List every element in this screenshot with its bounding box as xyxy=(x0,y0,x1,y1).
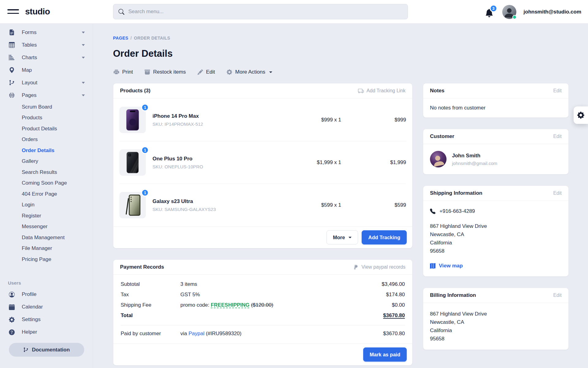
topbar: studio 3 johnsmith@studio.com xyxy=(0,0,588,24)
subtotal-row: Subtotal 3 items $3,496.00 xyxy=(121,281,405,287)
billing-edit-link[interactable]: Edit xyxy=(553,293,562,298)
pencil-icon xyxy=(198,69,203,75)
product-line-total: $1,999 xyxy=(341,159,406,166)
table-icon xyxy=(9,42,15,48)
sidebar-item-register[interactable]: Register xyxy=(0,210,93,221)
paid-by-customer-row: Paid by customer via Paypal (#IRU9589320… xyxy=(121,331,405,337)
online-status-dot xyxy=(512,15,517,19)
theme-settings-button[interactable] xyxy=(574,106,588,124)
sidebar-item-products[interactable]: Products xyxy=(0,113,93,124)
more-button[interactable]: More xyxy=(326,230,358,244)
chevron-down-icon xyxy=(82,32,85,33)
sidebar-item-pages[interactable]: Pages xyxy=(0,89,93,102)
view-paypal-records-link[interactable]: View paypal records xyxy=(353,264,405,270)
print-button[interactable]: Print xyxy=(114,69,133,75)
sidebar-item-gallery[interactable]: Gallery xyxy=(0,156,93,167)
sidebar: Forms Tables Charts Map Layout Pages Scr xyxy=(0,24,93,368)
sidebar-item-messenger[interactable]: Messenger xyxy=(0,221,93,232)
sidebar-item-data-management[interactable]: Data Management xyxy=(0,232,93,243)
customer-name: John Smith xyxy=(452,153,497,159)
app-logo: studio xyxy=(25,7,50,17)
product-sku: SKU: ONEPLUS-10PRO xyxy=(153,164,295,169)
sidebar-item-orders[interactable]: Orders xyxy=(0,134,93,145)
promo-code-link[interactable]: FREESHIPPING xyxy=(211,302,250,308)
original-fee: ($120.00) xyxy=(251,302,273,308)
map-pin-icon xyxy=(9,67,15,73)
sidebar-section-users: Users xyxy=(0,278,93,288)
page-title: Order Details xyxy=(113,48,173,59)
product-image: 1 xyxy=(119,149,146,176)
product-row: 1 iPhone 14 Pro Max SKU: IP14PROMAX-512 … xyxy=(119,98,406,141)
customer-edit-link[interactable]: Edit xyxy=(553,134,562,139)
search-box[interactable] xyxy=(113,4,408,19)
customer-card: Customer Edit John Smith johnsmith@gmail… xyxy=(423,129,569,174)
divider xyxy=(121,325,405,325)
shipping-edit-link[interactable]: Edit xyxy=(553,190,562,196)
sidebar-item-product-details[interactable]: Product Details xyxy=(0,123,93,134)
add-tracking-button[interactable]: Add Tracking xyxy=(362,230,407,244)
notes-body: No notes from customer xyxy=(423,98,568,117)
sidebar-item-search-results[interactable]: Search Results xyxy=(0,167,93,178)
shipping-address: 867 Highland View Drive Newcastle, CA Ca… xyxy=(430,222,562,255)
quantity-badge: 1 xyxy=(141,189,149,197)
sidebar-item-profile[interactable]: Profile xyxy=(0,288,93,301)
sidebar-item-settings[interactable]: Settings xyxy=(0,313,93,326)
question-icon xyxy=(9,329,15,335)
sidebar-item-helper[interactable]: Helper xyxy=(0,326,93,339)
truck-icon xyxy=(358,88,364,94)
user-avatar[interactable] xyxy=(502,5,516,19)
documentation-button[interactable]: Documentation xyxy=(9,343,84,357)
notes-edit-link[interactable]: Edit xyxy=(553,88,562,94)
product-unit-price: $599 x 1 xyxy=(295,202,341,208)
more-actions-button[interactable]: More Actions xyxy=(227,69,272,75)
sidebar-item-charts[interactable]: Charts xyxy=(0,51,93,64)
notes-card: Notes Edit No notes from customer xyxy=(423,83,569,118)
paypal-link[interactable]: Paypal xyxy=(188,331,204,336)
sidebar-item-forms[interactable]: Forms xyxy=(0,26,93,39)
product-name: One Plus 10 Pro xyxy=(153,156,295,162)
search-input[interactable] xyxy=(128,9,402,15)
sidebar-item-scrum-board[interactable]: Scrum Board xyxy=(0,102,93,113)
shipping-fee-row: Shipping Fee promo code: FREESHIPPING ($… xyxy=(121,302,405,308)
quantity-badge: 1 xyxy=(141,146,149,154)
sidebar-item-pricing-page[interactable]: Pricing Page xyxy=(0,254,93,265)
quantity-badge: 1 xyxy=(141,104,149,111)
sidebar-item-login[interactable]: Login xyxy=(0,200,93,211)
chevron-down-icon xyxy=(349,237,352,238)
bar-chart-icon xyxy=(9,54,15,61)
restock-items-button[interactable]: Restock items xyxy=(145,69,186,75)
product-name: iPhone 14 Pro Max xyxy=(153,113,295,119)
edit-button[interactable]: Edit xyxy=(198,69,215,75)
breadcrumb: PAGES/ORDER DETAILS xyxy=(113,36,170,40)
sidebar-item-map[interactable]: Map xyxy=(0,64,93,76)
menu-toggle-icon[interactable] xyxy=(7,9,19,14)
sidebar-item-tables[interactable]: Tables xyxy=(0,39,93,51)
profile-icon xyxy=(9,291,15,298)
view-map-link[interactable]: View map xyxy=(430,263,562,269)
sidebar-item-order-details[interactable]: Order Details xyxy=(0,145,93,156)
chevron-down-icon xyxy=(82,44,85,46)
branch-icon xyxy=(23,347,28,352)
sidebar-item-calendar[interactable]: Calendar xyxy=(0,301,93,313)
billing-address: 867 Highland View Drive Newcastle, CA Ca… xyxy=(430,310,562,343)
user-email: johnsmith@studio.com xyxy=(524,9,581,15)
product-sku: SKU: SAMSUNG-GALAXYS23 xyxy=(153,207,295,212)
mark-as-paid-button[interactable]: Mark as paid xyxy=(363,347,407,362)
notifications-button[interactable]: 3 xyxy=(485,7,495,17)
sidebar-item-file-manager[interactable]: File Manager xyxy=(0,243,93,254)
product-image: 1 xyxy=(119,192,146,218)
products-card: Products (3) Add Tracking Link 1 xyxy=(113,83,413,248)
add-tracking-link[interactable]: Add Tracking Link xyxy=(358,88,405,94)
sidebar-item-404[interactable]: 404 Error Page xyxy=(0,189,93,200)
chevron-down-icon xyxy=(269,71,272,73)
billing-info-card: Billing Information Edit 867 Highland Vi… xyxy=(423,288,569,350)
sidebar-item-coming-soon[interactable]: Coming Soon Page xyxy=(0,178,93,189)
notes-card-title: Notes xyxy=(430,88,444,94)
sidebar-item-layout[interactable]: Layout xyxy=(0,76,93,89)
shipping-card-title: Shipping Information xyxy=(430,190,482,196)
archive-icon xyxy=(145,69,150,75)
printer-icon xyxy=(114,69,119,75)
breadcrumb-pages-link[interactable]: PAGES xyxy=(113,36,128,40)
chevron-down-icon xyxy=(82,57,85,59)
customer-email: johnsmith@gmail.com xyxy=(452,161,497,166)
